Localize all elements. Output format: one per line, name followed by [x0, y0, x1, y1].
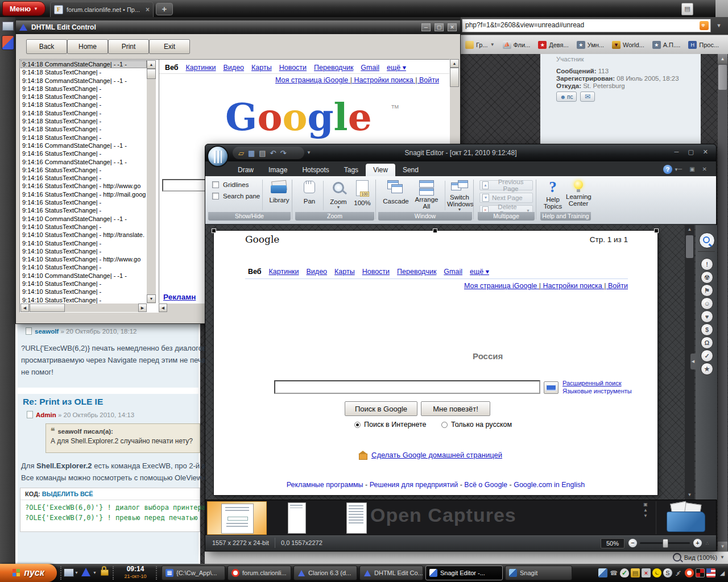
scrollbar-thumb[interactable]	[450, 68, 459, 87]
keyboard-layout-icon[interactable]	[706, 568, 715, 577]
previous-page-button[interactable]: ▲ Previous Page	[479, 180, 533, 190]
printer-error-icon[interactable]: ×	[642, 568, 651, 577]
dollar-icon[interactable]: $	[701, 323, 713, 336]
close-button[interactable]: ✕	[702, 166, 707, 172]
taskbar-button-active[interactable]: Snagit Editor -...	[425, 566, 503, 580]
log-hscrollbar[interactable]: ◀ ▶	[20, 304, 147, 312]
scroll-up-icon[interactable]: ▲	[450, 59, 459, 68]
resize-grip[interactable]: ∴	[706, 541, 710, 546]
undo-icon[interactable]: ↶	[270, 149, 276, 157]
log-row[interactable]: 9:14:10 StatusTextChange| -	[20, 263, 147, 271]
open-folder-icon[interactable]: ▱	[238, 149, 244, 157]
tab-send[interactable]: Send	[395, 164, 426, 176]
dhtml-title-bar[interactable]: DHTML Edit Control ─ ▢ ✕	[16, 20, 460, 34]
paperclip-icon[interactable]: ∮	[672, 567, 685, 579]
tab-close-icon[interactable]: ×	[146, 6, 150, 14]
display-icon[interactable]	[64, 568, 74, 577]
redo-icon[interactable]: ↷	[280, 149, 287, 157]
taskbar-button[interactable]: forum.clarionli...	[228, 566, 291, 580]
maximize-button[interactable]: ▢	[435, 23, 444, 31]
log-row[interactable]: 9:14:10 StatusTextChange| -	[20, 247, 147, 255]
next-page-button[interactable]: ▼ Next Page	[479, 193, 533, 203]
bookmark-item[interactable]: ⛵ Фли...	[503, 41, 531, 49]
tray-scroll-down-icon[interactable]: ▼	[643, 513, 648, 519]
log-row[interactable]: 9:14:16 CommandStateChange| - -1 -	[20, 142, 147, 149]
log-row[interactable]: 9:14:16 CommandStateChange| - -1 -	[20, 158, 147, 166]
learning-center-button[interactable]: Learning Center	[566, 180, 591, 207]
taskbar-button[interactable]: DHTML Edit Co...	[359, 566, 423, 580]
new-tab-button[interactable]: +	[156, 3, 173, 15]
feeds-panel-icon[interactable]	[2, 35, 14, 50]
log-row[interactable]: 9:14:16 StatusTextChange| - http://mail.…	[20, 190, 147, 198]
bookmark-item[interactable]: ★ Умн...	[577, 41, 604, 49]
view-zoom-control[interactable]: Вид (100%) ▼	[673, 553, 725, 562]
log-row[interactable]: 9:14:16 StatusTextChange| -	[20, 206, 147, 214]
email-button[interactable]: ✉	[580, 92, 595, 102]
rss-icon[interactable]: ᯤ	[700, 21, 709, 30]
scroll-down-icon[interactable]: ▼	[147, 294, 156, 303]
google-nav-link[interactable]: Видео	[224, 64, 245, 72]
google-nav-link[interactable]: Веб	[165, 64, 179, 72]
exclamation-icon[interactable]: !	[701, 258, 713, 271]
tab-draw[interactable]: Draw	[230, 164, 261, 176]
bookmark-item[interactable]: ★ А.П....	[652, 41, 681, 49]
captured-page[interactable]: Google Стр. 1 из 1 ВебКартинкиВидеоКарты…	[214, 231, 657, 495]
bookmark-item[interactable]: ▼ World...	[612, 41, 644, 49]
log-row[interactable]: 9:14:18 StatusTextChange| -	[20, 125, 147, 133]
log-row[interactable]: 9:14:10 StatusTextChange| -	[20, 296, 147, 304]
log-row[interactable]: 9:14:18 StatusTextChange| -	[20, 109, 147, 117]
phone-icon[interactable]: ☎	[609, 568, 618, 577]
log-row[interactable]: 9:14:18 CommandStateChange| - -1 -	[20, 60, 147, 68]
save-icon[interactable]: ▦	[248, 149, 255, 157]
event-log-listbox[interactable]: 9:14:18 CommandStateChange| - -1 -9:14:1…	[19, 59, 163, 313]
address-input[interactable]: php?f=1&t=2608&view=unread#unread	[462, 19, 711, 32]
profile-button[interactable]: ☻ пс	[556, 92, 577, 102]
log-vscroll-down[interactable]: ▼	[147, 294, 156, 304]
panels-icon[interactable]: ▤	[681, 3, 693, 15]
selection-handle[interactable]	[433, 228, 437, 233]
browser-tab[interactable]: F forum.clarionlife.net • Пр... ×	[50, 2, 154, 17]
snagit-canvas[interactable]: Google Стр. 1 из 1 ВебКартинкиВидеоКарты…	[205, 225, 696, 500]
tab-view[interactable]: View	[366, 164, 395, 176]
log-row[interactable]: 9:14:10 StatusTextChange| -	[20, 288, 147, 296]
capture-thumbnail[interactable]	[346, 502, 367, 534]
log-row[interactable]: 9:14:10 StatusTextChange| -	[20, 239, 147, 247]
post-title[interactable]: Re: Print из OLE IE	[23, 397, 103, 407]
log-row[interactable]: 9:14:16 StatusTextChange| -	[20, 149, 147, 157]
steel-circle-icon[interactable]: S	[663, 568, 672, 577]
scroll-up-icon[interactable]: ▲	[147, 60, 156, 69]
select-all-link[interactable]: ВЫДЕЛИТЬ ВСЁ	[42, 490, 93, 497]
log-row[interactable]: 9:14:18 StatusTextChange| -	[20, 134, 147, 142]
exit-button[interactable]: Exit	[149, 39, 190, 54]
scroll-up-icon[interactable]: ▲	[718, 54, 727, 64]
log-row[interactable]: 9:14:18 StatusTextChange| -	[20, 93, 147, 101]
taskbar-button[interactable]: Snagit	[505, 566, 572, 580]
chevron-down-icon[interactable]: ▼	[75, 571, 78, 575]
zoom-percent[interactable]: 50%	[601, 538, 624, 548]
log-vscrollbar[interactable]: ▲	[147, 60, 156, 304]
start-button[interactable]: пуск	[0, 564, 57, 582]
print-button[interactable]: Print	[108, 39, 149, 54]
google-ads-link[interactable]: Рекламн	[163, 293, 196, 301]
capture-thumbnail-selected[interactable]	[207, 501, 267, 535]
library-button[interactable]	[663, 502, 709, 533]
star-icon[interactable]: ★	[701, 363, 713, 375]
help-topics-button[interactable]: ? Help Topics	[541, 178, 565, 210]
minimize-button[interactable]: ─	[675, 148, 679, 156]
volume-icon[interactable]: ◢	[718, 568, 727, 577]
log-row[interactable]: 9:14:16 StatusTextChange| - http://www.g…	[20, 182, 147, 190]
bookmark-item[interactable]: ★ Девя...	[538, 41, 568, 49]
selection-handle[interactable]	[212, 228, 216, 233]
google-nav-link[interactable]: Картинки	[186, 64, 216, 72]
google-account-link[interactable]: Настройки поиска	[348, 76, 413, 84]
tab-image[interactable]: Image	[261, 164, 295, 176]
check-icon[interactable]: ✓	[701, 350, 713, 362]
taskbar-button[interactable]: ▦ {C:\Cw_App\...	[162, 566, 225, 580]
opera-menu-button[interactable]: Меню ▼	[2, 1, 46, 16]
log-row[interactable]: 9:14:18 StatusTextChange| -	[20, 68, 147, 76]
scroll-up-icon[interactable]: ▲	[685, 225, 694, 234]
log-row[interactable]: 9:14:10 StatusTextChange| - http://www.g…	[20, 255, 147, 263]
zoom-slider-thumb[interactable]	[663, 539, 668, 548]
snagit-tray-icon[interactable]	[598, 568, 607, 577]
library-button[interactable]: Library	[267, 181, 292, 203]
